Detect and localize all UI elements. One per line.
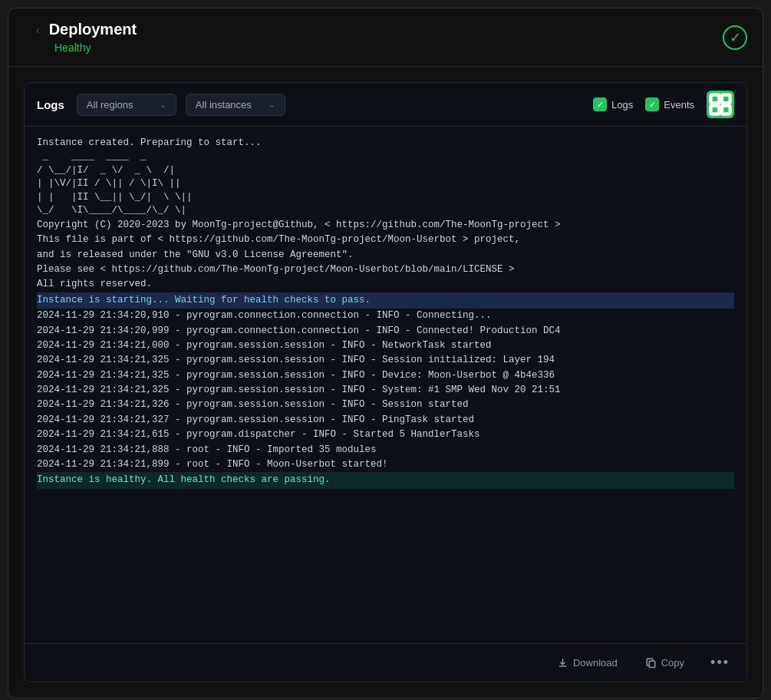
- copy-label: Copy: [661, 657, 684, 669]
- region-dropdown-value: All regions: [87, 99, 133, 111]
- log-line: All rights reserved.: [37, 277, 734, 292]
- download-button[interactable]: Download: [551, 654, 624, 672]
- chevron-icon[interactable]: ‹: [36, 24, 40, 36]
- log-line: Please see < https://github.com/The-Moon…: [37, 262, 734, 277]
- deployment-window: ‹ Deployment Healthy ✓ Logs All regions …: [8, 8, 763, 698]
- log-line: 2024-11-29 21:34:21,000 - pyrogram.sessi…: [37, 338, 734, 353]
- svg-rect-1: [722, 94, 730, 103]
- log-line: \_/ \I\____/\____/\_/ \|: [37, 204, 734, 218]
- svg-rect-0: [710, 94, 719, 103]
- instance-dropdown-arrow: ⌄: [269, 100, 275, 110]
- log-line: Copyright (C) 2020-2023 by MoonTg-projec…: [37, 218, 734, 233]
- log-footer: Download Copy •••: [25, 643, 746, 682]
- checkbox-group: ✓ Logs ✓ Events: [593, 91, 734, 118]
- svg-rect-4: [649, 661, 655, 667]
- log-line: _ ____ ____ _: [37, 150, 734, 164]
- header-left: ‹ Deployment Healthy: [36, 21, 137, 54]
- log-line: This file is part of < https://github.co…: [37, 233, 734, 247]
- log-line: / \__/|I/ _ \/ _ \ /|: [37, 164, 734, 178]
- logs-section-label: Logs: [37, 98, 64, 111]
- instance-dropdown-value: All instances: [196, 99, 252, 111]
- events-checkbox[interactable]: ✓: [645, 97, 659, 111]
- instance-dropdown[interactable]: All instances ⌄: [186, 94, 285, 116]
- download-label: Download: [573, 657, 618, 669]
- logs-panel: Logs All regions ⌄ All instances ⌄ ✓ Log…: [24, 82, 747, 682]
- deployment-title: Deployment: [49, 21, 137, 38]
- expand-icon: [707, 91, 734, 118]
- header-right: ✓: [723, 25, 747, 50]
- more-button[interactable]: •••: [706, 652, 734, 674]
- log-line: Instance created. Preparing to start...: [37, 136, 734, 150]
- copy-icon: [645, 657, 657, 669]
- log-line: 2024-11-29 21:34:21,327 - pyrogram.sessi…: [37, 413, 734, 428]
- healthy-check-icon: ✓: [723, 25, 747, 50]
- log-line: 2024-11-29 21:34:21,888 - root - INFO - …: [37, 443, 734, 457]
- log-line: 2024-11-29 21:34:21,325 - pyrogram.sessi…: [37, 353, 734, 368]
- log-content: Instance created. Preparing to start... …: [25, 127, 746, 643]
- events-checkbox-item[interactable]: ✓ Events: [645, 97, 694, 111]
- events-checkbox-label: Events: [664, 99, 694, 111]
- download-icon: [557, 657, 568, 669]
- region-dropdown-arrow: ⌄: [160, 100, 166, 110]
- log-line: 2024-11-29 21:34:20,999 - pyrogram.conne…: [37, 324, 734, 338]
- svg-rect-3: [722, 106, 730, 114]
- log-line: 2024-11-29 21:34:21,615 - pyrogram.dispa…: [37, 428, 734, 442]
- log-line: 2024-11-29 21:34:21,325 - pyrogram.sessi…: [37, 383, 734, 398]
- logs-toolbar: Logs All regions ⌄ All instances ⌄ ✓ Log…: [25, 83, 746, 127]
- logs-checkbox-item[interactable]: ✓ Logs: [593, 97, 633, 111]
- log-line: | | |II \__|| \_/| \ \||: [37, 191, 734, 205]
- logs-checkbox-label: Logs: [611, 99, 633, 111]
- log-line: and is released under the "GNU v3.0 Lice…: [37, 248, 734, 262]
- healthy-badge: Healthy: [54, 41, 91, 54]
- expand-button[interactable]: [707, 91, 734, 118]
- header: ‹ Deployment Healthy ✓: [8, 8, 763, 67]
- svg-rect-2: [710, 106, 719, 114]
- log-line: | |\V/|II / \|| / \|I\ ||: [37, 177, 734, 191]
- logs-checkbox[interactable]: ✓: [593, 97, 607, 111]
- log-line: 2024-11-29 21:34:21,326 - pyrogram.sessi…: [37, 398, 734, 412]
- log-line: 2024-11-29 21:34:20,910 - pyrogram.conne…: [37, 309, 734, 323]
- log-line: 2024-11-29 21:34:21,325 - pyrogram.sessi…: [37, 368, 734, 383]
- header-title-row: ‹ Deployment: [36, 21, 137, 38]
- region-dropdown[interactable]: All regions ⌄: [77, 94, 176, 116]
- log-line: Instance is healthy. All health checks a…: [37, 472, 734, 488]
- copy-button[interactable]: Copy: [639, 654, 690, 672]
- main-content: Logs All regions ⌄ All instances ⌄ ✓ Log…: [8, 67, 763, 698]
- log-line: Instance is starting... Waiting for heal…: [37, 292, 734, 309]
- log-line: 2024-11-29 21:34:21,899 - root - INFO - …: [37, 457, 734, 472]
